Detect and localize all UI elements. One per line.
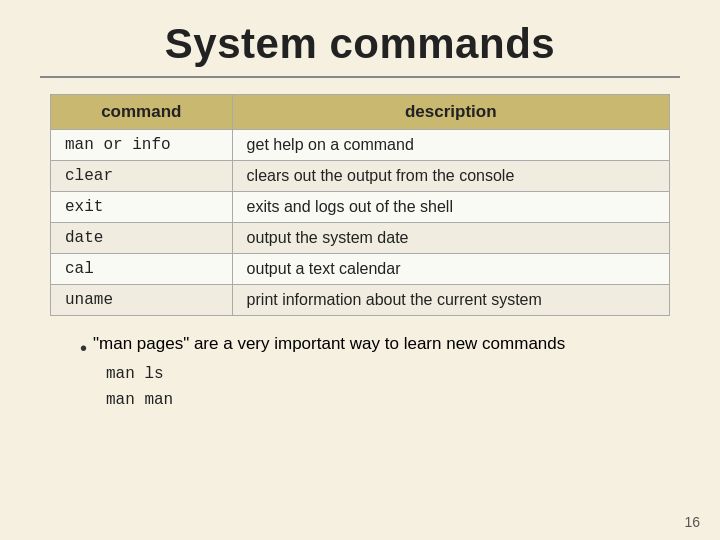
cell-command: man or info (51, 130, 233, 161)
slide: System commands command description man … (0, 0, 720, 540)
commands-table-container: command description man or infoget help … (50, 94, 670, 316)
col-description: description (232, 95, 669, 130)
col-command: command (51, 95, 233, 130)
bullet-text: "man pages" are a very important way to … (93, 334, 565, 354)
slide-title: System commands (40, 20, 680, 68)
table-row: dateoutput the system date (51, 223, 670, 254)
cell-description: output a text calendar (232, 254, 669, 285)
bullet-dot: • (80, 334, 87, 362)
cell-description: get help on a command (232, 130, 669, 161)
cell-command: uname (51, 285, 233, 316)
example-2: man man (106, 388, 680, 414)
example-1: man ls (106, 362, 680, 388)
cell-command: date (51, 223, 233, 254)
table-row: unameprint information about the current… (51, 285, 670, 316)
bullet-section: • "man pages" are a very important way t… (80, 334, 680, 413)
table-header-row: command description (51, 95, 670, 130)
bullet-examples: man ls man man (106, 362, 680, 413)
cell-description: clears out the output from the console (232, 161, 669, 192)
cell-description: output the system date (232, 223, 669, 254)
cell-command: clear (51, 161, 233, 192)
title-divider (40, 76, 680, 78)
cell-description: exits and logs out of the shell (232, 192, 669, 223)
cell-command: exit (51, 192, 233, 223)
table-row: caloutput a text calendar (51, 254, 670, 285)
table-row: clearclears out the output from the cons… (51, 161, 670, 192)
commands-table: command description man or infoget help … (50, 94, 670, 316)
table-row: man or infoget help on a command (51, 130, 670, 161)
cell-description: print information about the current syst… (232, 285, 669, 316)
bullet-main-line: • "man pages" are a very important way t… (80, 334, 680, 362)
page-number: 16 (684, 514, 700, 530)
cell-command: cal (51, 254, 233, 285)
table-row: exitexits and logs out of the shell (51, 192, 670, 223)
